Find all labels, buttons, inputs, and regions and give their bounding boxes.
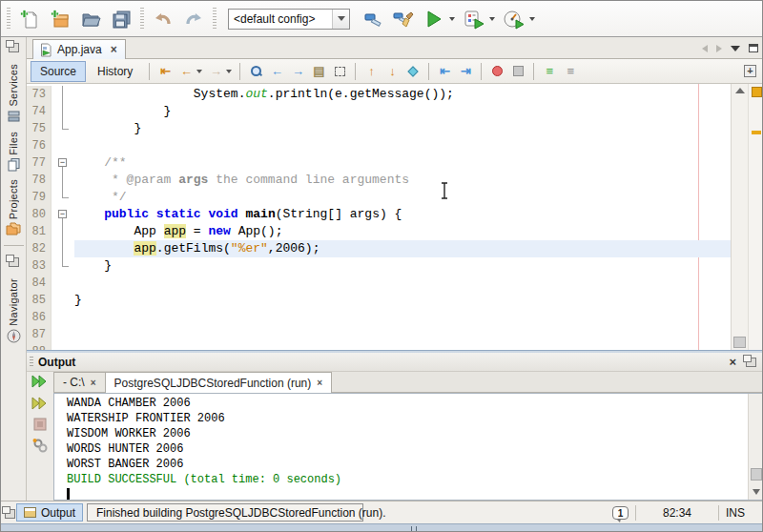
editor-vertical-scrollbar[interactable] bbox=[731, 84, 748, 350]
minimized-window-group-icon[interactable] bbox=[5, 509, 15, 519]
rerun-with-debug-icon[interactable] bbox=[31, 396, 49, 411]
last-edit-location-icon[interactable]: ⇤ bbox=[155, 62, 175, 81]
profile-project-button[interactable] bbox=[502, 7, 526, 31]
redo-button[interactable] bbox=[181, 7, 206, 31]
rerun-icon[interactable] bbox=[31, 374, 49, 389]
new-project-button[interactable] bbox=[48, 7, 72, 31]
toggle-rectangular-selection-icon[interactable] bbox=[330, 62, 349, 81]
clean-build-project-button[interactable] bbox=[391, 7, 416, 31]
output-line: WORST BANGER 2006 bbox=[67, 457, 748, 472]
document-list-icon[interactable] bbox=[731, 46, 740, 51]
code-text bbox=[74, 137, 731, 154]
chevron-down-icon[interactable] bbox=[332, 10, 349, 29]
editor-zone: App.java × Source History ⇤←→←→▤↑↓⇤⇥≡≡ +… bbox=[27, 37, 763, 350]
source-view-button[interactable]: Source bbox=[31, 61, 86, 82]
main-toolbar: <default config> bbox=[1, 1, 763, 37]
sidebar-tab-navigator[interactable]: Navigator bbox=[7, 275, 21, 347]
document-tab-appjava[interactable]: App.java × bbox=[32, 39, 126, 59]
fold-margin bbox=[52, 223, 74, 240]
fold-margin bbox=[52, 172, 74, 189]
toolbar-separator bbox=[355, 63, 356, 80]
toolbar-grip[interactable] bbox=[7, 8, 10, 31]
scroll-up-icon[interactable] bbox=[735, 88, 745, 93]
previous-bookmark-icon[interactable]: ↑ bbox=[361, 62, 381, 81]
output-tab-label: - C:\ bbox=[63, 376, 85, 389]
toolbar-grip[interactable] bbox=[140, 8, 144, 31]
output-vertical-scrollbar[interactable] bbox=[748, 394, 763, 500]
minimized-window-group-icon[interactable] bbox=[9, 43, 19, 52]
save-all-button[interactable] bbox=[109, 7, 134, 31]
warning-mark[interactable] bbox=[752, 131, 761, 134]
sidebar-tab-services[interactable]: Services bbox=[7, 60, 21, 128]
find-selection-icon[interactable] bbox=[246, 62, 265, 81]
statusbar-output-button[interactable]: Output bbox=[16, 503, 83, 522]
profile-icon bbox=[503, 9, 526, 30]
close-tab-icon[interactable]: × bbox=[317, 378, 322, 388]
output-tab-run[interactable]: PostgreSQLJDBCStoredFunction (run) × bbox=[105, 372, 333, 393]
line-number: 85 bbox=[27, 292, 52, 309]
error-stripe[interactable] bbox=[748, 84, 763, 350]
shift-left-icon[interactable]: ⇤ bbox=[435, 62, 454, 81]
output-console[interactable]: WANDA CHAMBER 2006WATERSHIP FRONTIER 200… bbox=[53, 393, 763, 501]
output-line: WATERSHIP FRONTIER 2006 bbox=[67, 411, 748, 426]
run-project-button[interactable] bbox=[422, 7, 446, 31]
code-line: 84 bbox=[27, 275, 731, 292]
fold-margin bbox=[52, 86, 74, 103]
uncomment-icon[interactable]: ≡ bbox=[561, 62, 580, 81]
debug-dropdown-caret[interactable] bbox=[489, 17, 495, 21]
close-tab-icon[interactable]: × bbox=[91, 378, 96, 388]
undo-button[interactable] bbox=[151, 7, 175, 31]
next-bookmark-icon[interactable]: ↓ bbox=[382, 62, 402, 81]
notifications-icon[interactable]: 1 bbox=[612, 506, 629, 520]
resize-grip[interactable] bbox=[411, 526, 417, 532]
profile-dropdown-caret[interactable] bbox=[529, 17, 535, 21]
output-header-grip[interactable] bbox=[30, 357, 33, 368]
sidebar-tab-projects[interactable]: Projects bbox=[6, 175, 21, 239]
sidebar-tab-label: Navigator bbox=[8, 278, 19, 326]
split-document-icon[interactable]: + bbox=[744, 65, 756, 77]
code-text: App app = new App(); bbox=[74, 223, 731, 240]
fold-margin[interactable]: − bbox=[52, 206, 74, 223]
code-editor[interactable]: 73 System.out.println(e.getMessage());74… bbox=[27, 84, 763, 350]
scroll-tabs-right-icon[interactable] bbox=[716, 45, 722, 52]
output-line: WORDS HUNTER 2006 bbox=[67, 441, 748, 457]
new-file-button[interactable] bbox=[17, 7, 42, 31]
config-select[interactable]: <default config> bbox=[228, 9, 350, 30]
scroll-tabs-left-icon[interactable] bbox=[702, 45, 708, 52]
start-macro-recording-icon[interactable] bbox=[487, 62, 506, 81]
close-tab-icon[interactable]: × bbox=[111, 43, 117, 56]
debug-project-button[interactable] bbox=[462, 7, 486, 31]
toggle-bookmark-icon[interactable] bbox=[403, 62, 423, 81]
dropdown-caret-icon[interactable] bbox=[226, 70, 232, 73]
float-window-icon[interactable] bbox=[746, 358, 756, 367]
stop-build-icon[interactable] bbox=[33, 418, 47, 431]
scrollbar-thumb[interactable] bbox=[733, 337, 746, 348]
comment-icon[interactable]: ≡ bbox=[540, 62, 559, 81]
close-output-icon[interactable]: × bbox=[729, 355, 736, 369]
maximize-window-icon[interactable] bbox=[749, 44, 758, 52]
back-icon[interactable]: ← bbox=[176, 62, 196, 81]
scrollbar-thumb[interactable] bbox=[751, 468, 762, 481]
toolbar-grip[interactable] bbox=[213, 8, 217, 31]
forward-icon[interactable]: → bbox=[206, 62, 225, 81]
file-status-indicator bbox=[752, 87, 762, 97]
open-project-button[interactable] bbox=[78, 7, 103, 31]
output-tab-terminal[interactable]: - C:\ × bbox=[53, 372, 106, 392]
output-header[interactable]: Output × bbox=[27, 353, 763, 372]
caret-position: 82:34 bbox=[643, 506, 711, 520]
shift-right-icon[interactable]: ⇥ bbox=[456, 62, 475, 81]
dropdown-caret-icon[interactable] bbox=[196, 70, 202, 73]
toggle-highlight-search-icon[interactable]: ▤ bbox=[309, 62, 328, 81]
minimized-window-group-icon[interactable] bbox=[9, 257, 19, 267]
sidebar-tab-files[interactable]: Files bbox=[7, 128, 21, 176]
find-previous-icon[interactable]: ← bbox=[267, 62, 286, 81]
find-next-icon[interactable]: → bbox=[288, 62, 307, 81]
fold-margin[interactable]: − bbox=[52, 154, 74, 172]
build-project-button[interactable] bbox=[361, 7, 385, 31]
scroll-down-icon[interactable] bbox=[753, 489, 760, 495]
history-view-button[interactable]: History bbox=[88, 61, 142, 82]
stop-macro-recording-icon[interactable] bbox=[508, 62, 527, 81]
debug-icon bbox=[463, 9, 485, 30]
run-dropdown-caret[interactable] bbox=[449, 17, 455, 21]
ant-settings-icon[interactable] bbox=[31, 438, 49, 453]
